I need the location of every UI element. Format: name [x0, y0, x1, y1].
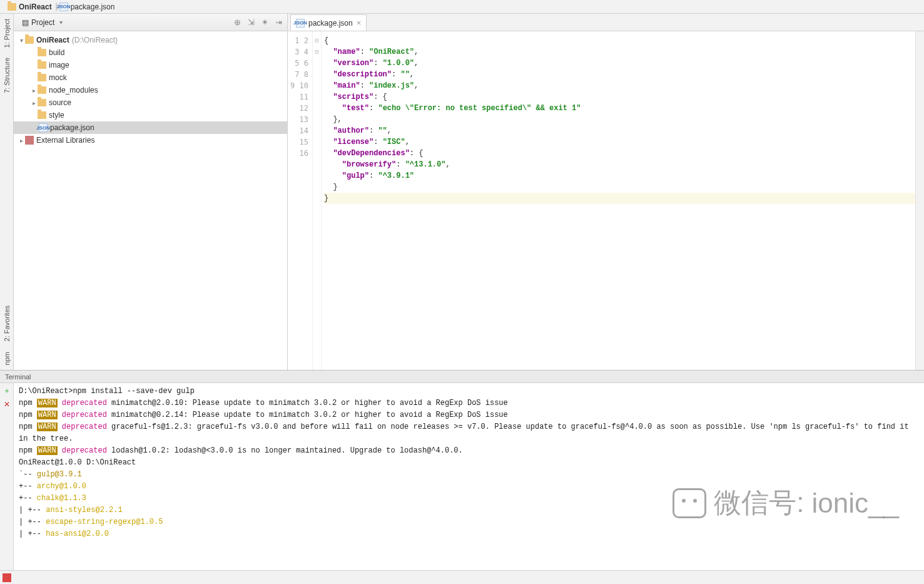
code-editor[interactable]: 1 2 3 4 5 6 7 8 9 10 11 12 13 14 15 16 ⊟…	[288, 31, 924, 370]
close-icon[interactable]: ×	[357, 18, 362, 28]
terminal-gutter: ＋ ✕	[0, 383, 14, 570]
json-icon: JSON	[59, 3, 68, 11]
json-icon: JSON	[39, 123, 48, 132]
tree-external-libraries[interactable]: ▸ External Libraries	[14, 134, 287, 146]
tree-folder-label: source	[49, 98, 71, 107]
tree-external-label: External Libraries	[36, 136, 94, 145]
terminal-output[interactable]: D:\OniReact>npm install --save-dev gulpn…	[14, 383, 924, 570]
close-terminal-icon[interactable]: ✕	[4, 400, 10, 409]
editor-right-margin	[915, 31, 924, 370]
tree-folder-node_modules[interactable]: ▸node_modules	[14, 84, 287, 96]
tree-folder-build[interactable]: build	[14, 46, 287, 59]
status-indicator-icon[interactable]	[3, 573, 11, 582]
settings-icon[interactable]: ✶	[260, 18, 270, 28]
json-icon: JSON	[296, 19, 305, 28]
tree-root[interactable]: ▾ OniReact (D:\OniReact)	[14, 34, 287, 46]
chevron-right-icon: ▸	[30, 87, 38, 94]
folder-icon	[38, 111, 46, 119]
chevron-down-icon: ▾	[57, 19, 64, 26]
tool-tab-project[interactable]: 1: Project	[2, 14, 12, 53]
collapse-icon[interactable]: ⇲	[246, 18, 256, 28]
folder-icon	[38, 99, 46, 106]
tree-folder-label: image	[49, 61, 69, 69]
project-toolbar: ⊕ ⇲ ✶ ⇥	[232, 18, 283, 28]
editor-area: JSON package.json × 1 2 3 4 5 6 7 8 9 10…	[288, 14, 924, 370]
tool-tab-structure[interactable]: 7: Structure	[2, 53, 12, 98]
tree-file-package-json[interactable]: JSON package.json	[14, 121, 287, 134]
tree-folder-label: build	[49, 48, 64, 57]
tree-folder-image[interactable]: image	[14, 59, 287, 71]
folder-icon	[38, 74, 46, 81]
left-tool-gutter: 1: Project 7: Structure 2: Favorites npm	[0, 14, 14, 370]
terminal-panel: Terminal ＋ ✕ D:\OniReact>npm install --s…	[0, 370, 924, 570]
breadcrumb-file[interactable]: JSON package.json	[56, 1, 119, 13]
tree-folder-label: mock	[49, 73, 67, 82]
tool-tab-favorites[interactable]: 2: Favorites	[2, 300, 12, 346]
folder-icon	[8, 3, 16, 11]
editor-tabbar: JSON package.json ×	[288, 14, 924, 31]
chevron-right-icon: ▸	[30, 100, 38, 106]
breadcrumb-root-label: OniReact	[19, 3, 52, 11]
folder-icon	[38, 86, 46, 94]
editor-tab-label: package.json	[308, 19, 353, 28]
tree-folder-style[interactable]: style	[14, 109, 287, 121]
chevron-right-icon: ▸	[18, 137, 25, 144]
tree-root-hint: (D:\OniReact)	[72, 36, 118, 44]
tree-file-label: package.json	[50, 123, 94, 132]
fold-gutter[interactable]: ⊟ ⊟	[313, 31, 322, 370]
folder-icon	[25, 36, 34, 44]
editor-tab-package-json[interactable]: JSON package.json ×	[290, 14, 367, 31]
project-view-icon: ▤	[22, 18, 29, 27]
project-panel: ▤ Project ▾ ⊕ ⇲ ✶ ⇥ ▾ OniReact (D:\OniRe…	[14, 14, 288, 370]
tool-tab-npm[interactable]: npm	[2, 347, 12, 370]
project-panel-header: ▤ Project ▾ ⊕ ⇲ ✶ ⇥	[14, 14, 287, 31]
breadcrumb: OniReact JSON package.json	[0, 0, 924, 14]
terminal-title[interactable]: Terminal	[0, 371, 924, 383]
tree-folder-label: style	[49, 111, 64, 120]
tree-folder-label: node_modules	[49, 86, 98, 95]
project-view-label: Project	[31, 18, 54, 27]
chevron-down-icon: ▾	[18, 37, 25, 44]
add-terminal-icon[interactable]: ＋	[3, 386, 11, 396]
folder-icon	[38, 61, 46, 69]
status-bar	[0, 570, 924, 584]
line-number-gutter: 1 2 3 4 5 6 7 8 9 10 11 12 13 14 15 16	[288, 31, 313, 370]
project-view-selector[interactable]: ▤ Project ▾	[18, 16, 69, 29]
tree-folder-mock[interactable]: mock	[14, 71, 287, 84]
code-content[interactable]: { "name": "OniReact", "version": "1.0.0"…	[322, 31, 915, 370]
folder-icon	[38, 49, 46, 56]
library-icon	[25, 136, 34, 145]
breadcrumb-root[interactable]: OniReact	[4, 1, 56, 13]
breadcrumb-file-label: package.json	[71, 3, 115, 11]
locate-icon[interactable]: ⊕	[232, 18, 242, 28]
hide-icon[interactable]: ⇥	[273, 18, 283, 28]
tree-folder-source[interactable]: ▸source	[14, 96, 287, 109]
tree-root-name: OniReact	[36, 36, 69, 44]
project-tree[interactable]: ▾ OniReact (D:\OniReact) buildimagemock▸…	[14, 31, 287, 370]
